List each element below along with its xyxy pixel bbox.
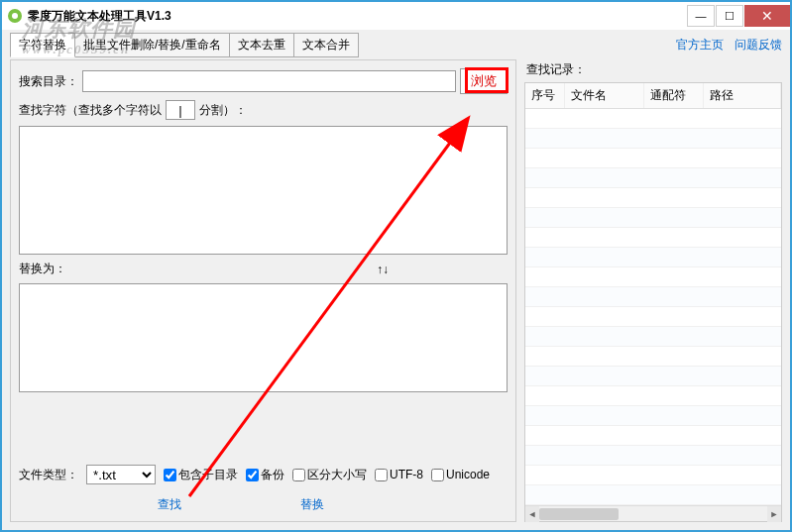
window-title: 零度万能文本处理工具V1.3 <box>28 8 687 25</box>
table-row <box>525 129 781 149</box>
col-path[interactable]: 路径 <box>704 83 781 108</box>
table-row <box>525 406 781 426</box>
action-row: 查找 替换 <box>19 496 508 513</box>
header-links: 官方主页 问题反馈 <box>668 37 782 53</box>
link-homepage[interactable]: 官方主页 <box>676 38 724 52</box>
find-char-label-pre: 查找字符（查找多个字符以 <box>19 102 162 119</box>
filetype-select[interactable]: *.txt <box>86 465 156 484</box>
replace-action[interactable]: 替换 <box>300 496 324 513</box>
left-panel: 搜索目录： 浏览 查找字符（查找多个字符以 分割）： 替换为： ↑↓ <box>10 59 516 522</box>
find-action[interactable]: 查找 <box>158 496 181 513</box>
table-row <box>525 267 781 287</box>
cb-include-sub[interactable]: 包含子目录 <box>164 467 238 483</box>
table-row <box>525 109 781 129</box>
records-title: 查找记录： <box>524 59 782 82</box>
tabs: 字符替换 批里文件删除/替换/重命名 文本去重 文本合并 <box>10 33 358 57</box>
table-row <box>525 347 781 367</box>
tab-char-replace[interactable]: 字符替换 <box>10 33 75 57</box>
maximize-button[interactable]: ☐ <box>716 5 743 27</box>
table-row <box>525 228 781 248</box>
browse-button[interactable]: 浏览 <box>460 68 508 94</box>
find-char-row: 查找字符（查找多个字符以 分割）： <box>19 100 508 120</box>
search-dir-row: 搜索目录： 浏览 <box>19 68 508 94</box>
search-dir-input[interactable] <box>82 70 456 92</box>
table-row <box>525 248 781 267</box>
col-index[interactable]: 序号 <box>525 83 565 108</box>
replace-label: 替换为： <box>19 261 66 277</box>
table-row <box>525 367 781 386</box>
col-wildcard[interactable]: 通配符 <box>644 83 704 108</box>
table-row <box>525 485 781 505</box>
table-row <box>525 386 781 406</box>
link-feedback[interactable]: 问题反馈 <box>735 38 782 52</box>
filetype-label: 文件类型： <box>19 467 78 483</box>
table-row <box>525 307 781 327</box>
tab-dedup[interactable]: 文本去重 <box>229 33 294 57</box>
find-textarea[interactable] <box>19 126 508 255</box>
filetype-row: 文件类型： *.txt 包含子目录 备份 区分大小写 UTF-8 Unicode <box>19 465 508 484</box>
titlebar: 零度万能文本处理工具V1.3 — ☐ ✕ <box>2 2 790 30</box>
replace-label-row: 替换为： ↑↓ <box>19 261 508 277</box>
content-area: 字符替换 批里文件删除/替换/重命名 文本去重 文本合并 官方主页 问题反馈 搜… <box>2 30 790 530</box>
table-row <box>525 426 781 446</box>
cb-utf8[interactable]: UTF-8 <box>375 468 423 481</box>
table-row <box>525 168 781 188</box>
scroll-thumb[interactable] <box>539 508 619 520</box>
find-char-label-post: 分割）： <box>199 102 247 119</box>
app-window: 零度万能文本处理工具V1.3 — ☐ ✕ 河东软件园 www.pc0359.cn… <box>0 0 792 532</box>
scroll-right-icon[interactable]: ► <box>767 506 781 522</box>
cb-case[interactable]: 区分大小写 <box>292 467 367 483</box>
table-row <box>525 446 781 466</box>
tab-batch-file[interactable]: 批里文件删除/替换/重命名 <box>74 33 230 57</box>
top-row: 字符替换 批里文件删除/替换/重命名 文本去重 文本合并 官方主页 问题反馈 <box>10 34 782 55</box>
scroll-left-icon[interactable]: ◄ <box>525 506 539 522</box>
cb-unicode[interactable]: Unicode <box>431 468 490 481</box>
window-controls: — ☐ ✕ <box>687 5 790 27</box>
tab-merge[interactable]: 文本合并 <box>293 33 359 57</box>
records-table: 序号 文件名 通配符 路径 <box>524 82 782 522</box>
separator-input[interactable] <box>166 100 195 120</box>
table-body <box>525 109 781 505</box>
replace-textarea[interactable] <box>19 283 508 392</box>
table-row <box>525 466 781 485</box>
table-row <box>525 327 781 347</box>
table-row <box>525 149 781 168</box>
search-dir-label: 搜索目录： <box>19 73 78 90</box>
table-row <box>525 188 781 208</box>
minimize-button[interactable]: — <box>687 5 715 27</box>
cb-backup[interactable]: 备份 <box>246 467 284 483</box>
table-row <box>525 287 781 307</box>
horizontal-scrollbar[interactable]: ◄ ► <box>525 505 781 521</box>
swap-arrows-icon[interactable]: ↑↓ <box>377 263 389 276</box>
close-button[interactable]: ✕ <box>744 5 790 27</box>
table-row <box>525 208 781 228</box>
main-area: 搜索目录： 浏览 查找字符（查找多个字符以 分割）： 替换为： ↑↓ <box>10 59 782 522</box>
right-panel: 查找记录： 序号 文件名 通配符 路径 <box>524 59 782 522</box>
col-filename[interactable]: 文件名 <box>565 83 644 108</box>
app-icon <box>8 9 22 23</box>
table-header: 序号 文件名 通配符 路径 <box>525 83 781 109</box>
